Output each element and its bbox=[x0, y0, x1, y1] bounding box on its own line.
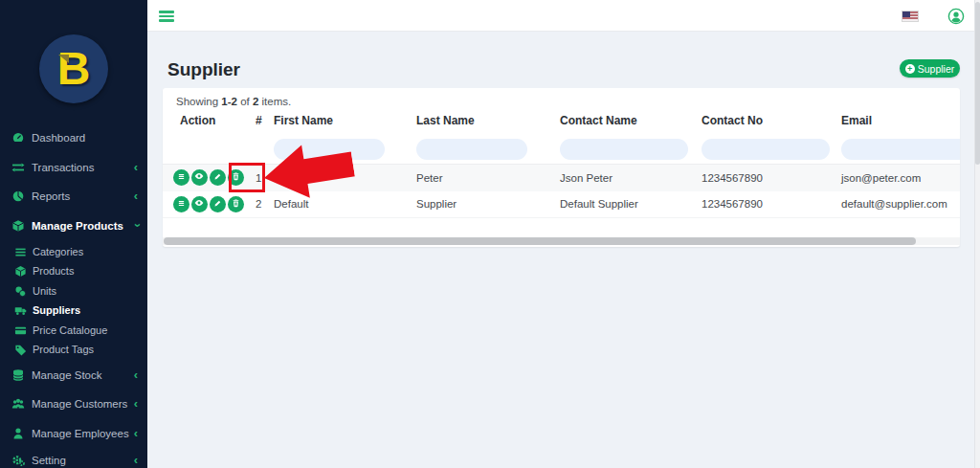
edit-action-button-row-2[interactable] bbox=[210, 196, 226, 212]
sidebar-subitem-label: Products bbox=[33, 265, 74, 277]
sidebar-subitem-price-catalogue[interactable]: Price Catalogue bbox=[0, 322, 147, 339]
card-icon bbox=[13, 323, 27, 337]
chevron-down-icon: ‹ bbox=[129, 223, 142, 227]
coins-icon bbox=[13, 284, 27, 298]
list-icon bbox=[176, 197, 187, 212]
summary-range: 1-2 bbox=[221, 96, 237, 107]
last-name-cell: Supplier bbox=[416, 198, 457, 210]
row-number: 2 bbox=[256, 198, 261, 210]
email-cell: default@supplier.com bbox=[841, 198, 947, 210]
eye-icon bbox=[193, 197, 205, 212]
list-icon bbox=[176, 170, 187, 185]
column-header-contact-no[interactable]: Contact No bbox=[702, 114, 763, 127]
view-action-button-row-1[interactable] bbox=[191, 169, 208, 186]
contact-no-cell: 1234567890 bbox=[702, 172, 763, 184]
vertical-scrollbar-track bbox=[974, 0, 980, 468]
chevron-left-icon: ‹ bbox=[134, 161, 138, 173]
last-name-filter-input[interactable] bbox=[416, 139, 527, 160]
contact-no-filter-input[interactable] bbox=[702, 139, 830, 160]
plus-circle-icon: + bbox=[905, 64, 915, 74]
sidebar-item-setting[interactable]: Setting ‹ bbox=[0, 451, 147, 468]
add-supplier-button-label: Supplier bbox=[918, 63, 955, 75]
column-header-last-name[interactable]: Last Name bbox=[416, 114, 475, 127]
sidebar-subitem-label: Units bbox=[33, 285, 56, 297]
sidebar-subitem-label: Price Catalogue bbox=[33, 324, 107, 336]
chevron-left-icon: ‹ bbox=[134, 454, 138, 466]
users-icon bbox=[11, 397, 25, 411]
sidebar-subitem-label: Categories bbox=[33, 246, 83, 257]
reports-icon bbox=[11, 189, 25, 203]
sidebar-item-label: Dashboard bbox=[32, 132, 85, 144]
last-name-cell: Peter bbox=[416, 172, 443, 184]
column-header-email[interactable]: Email bbox=[841, 114, 872, 127]
chevron-left-icon: ‹ bbox=[134, 189, 138, 202]
sidebar-item-label: Reports bbox=[32, 190, 70, 202]
box-icon bbox=[13, 264, 27, 278]
sidebar-item-label: Manage Stock bbox=[32, 369, 102, 381]
sidebar-item-reports[interactable]: Reports ‹ bbox=[0, 187, 147, 206]
sidebar-subitem-units[interactable]: Units bbox=[0, 282, 147, 300]
delete-action-button-row-2[interactable] bbox=[228, 196, 244, 212]
email-filter-input[interactable] bbox=[841, 139, 960, 160]
sidebar-item-manage-products[interactable]: Manage Products ‹ bbox=[0, 216, 147, 235]
sidebar-item-label: Manage Products bbox=[32, 220, 123, 232]
trash-icon bbox=[231, 197, 241, 212]
eye-icon bbox=[193, 170, 205, 185]
database-icon bbox=[11, 368, 25, 382]
contact-no-cell: 1234567890 bbox=[702, 198, 763, 210]
cube-icon bbox=[11, 219, 25, 233]
contact-name-cell: Default Supplier bbox=[560, 198, 638, 210]
sidebar-item-transactions[interactable]: Transactions ‹ bbox=[0, 158, 147, 177]
vertical-scrollbar-thumb[interactable] bbox=[975, 2, 980, 165]
sidebar-subitem-categories[interactable]: Categories bbox=[0, 243, 147, 260]
top-bar bbox=[147, 0, 980, 32]
pencil-icon bbox=[212, 197, 223, 212]
sidebar-subitem-suppliers[interactable]: Suppliers bbox=[0, 301, 147, 319]
user-icon bbox=[11, 427, 25, 440]
dashboard-icon bbox=[11, 131, 25, 145]
logo-letter: B bbox=[57, 46, 91, 92]
column-header-first-name[interactable]: First Name bbox=[274, 114, 333, 127]
pencil-icon bbox=[212, 170, 223, 185]
sidebar-item-label: Manage Employees bbox=[32, 428, 129, 439]
email-cell: json@peter.com bbox=[841, 172, 921, 184]
flag-canton bbox=[902, 11, 910, 17]
sidebar-subitem-label: Suppliers bbox=[33, 304, 80, 316]
sidebar-item-manage-customers[interactable]: Manage Customers ‹ bbox=[0, 394, 147, 413]
app-logo[interactable]: B bbox=[39, 34, 108, 103]
sidebar-item-label: Manage Customers bbox=[32, 398, 127, 410]
menu-icon[interactable] bbox=[159, 11, 174, 24]
chevron-left-icon: ‹ bbox=[134, 427, 138, 439]
tag-icon bbox=[13, 343, 27, 356]
sidebar: B Dashboard Transactions ‹ Reports ‹ Man… bbox=[0, 0, 147, 468]
sidebar-item-label: Transactions bbox=[32, 162, 94, 173]
user-avatar-icon[interactable] bbox=[947, 8, 965, 25]
sidebar-item-manage-employees[interactable]: Manage Employees ‹ bbox=[0, 424, 147, 443]
contact-name-cell: Json Peter bbox=[560, 172, 612, 184]
items-summary: Showing 1-2 of 2 items. bbox=[176, 96, 291, 107]
chevron-left-icon: ‹ bbox=[134, 368, 138, 381]
view-action-button-row-2[interactable] bbox=[191, 196, 208, 212]
page-title: Supplier bbox=[167, 59, 240, 80]
sidebar-item-dashboard[interactable]: Dashboard bbox=[0, 128, 147, 147]
column-header-number[interactable]: # bbox=[256, 114, 262, 127]
edit-action-button-row-1[interactable] bbox=[210, 169, 226, 186]
details-action-button-row-1[interactable] bbox=[173, 169, 189, 186]
sidebar-item-label: Setting bbox=[32, 455, 66, 466]
column-header-action[interactable]: Action bbox=[180, 114, 215, 127]
add-supplier-button[interactable]: + Supplier bbox=[900, 59, 960, 78]
truck-icon bbox=[13, 303, 27, 317]
sidebar-item-manage-stock[interactable]: Manage Stock ‹ bbox=[0, 366, 147, 385]
sidebar-subitem-products[interactable]: Products bbox=[0, 262, 147, 279]
chevron-left-icon: ‹ bbox=[134, 397, 138, 410]
horizontal-scrollbar-thumb[interactable] bbox=[164, 237, 916, 245]
contact-name-filter-input[interactable] bbox=[560, 139, 688, 160]
transactions-icon bbox=[11, 161, 25, 174]
highlight-rectangle bbox=[229, 163, 265, 192]
gear-icon bbox=[11, 454, 25, 467]
list-lines-icon bbox=[13, 245, 27, 258]
details-action-button-row-2[interactable] bbox=[173, 196, 189, 212]
column-header-contact-name[interactable]: Contact Name bbox=[560, 114, 637, 127]
us-flag-icon[interactable] bbox=[902, 11, 919, 22]
sidebar-subitem-product-tags[interactable]: Product Tags bbox=[0, 341, 147, 358]
